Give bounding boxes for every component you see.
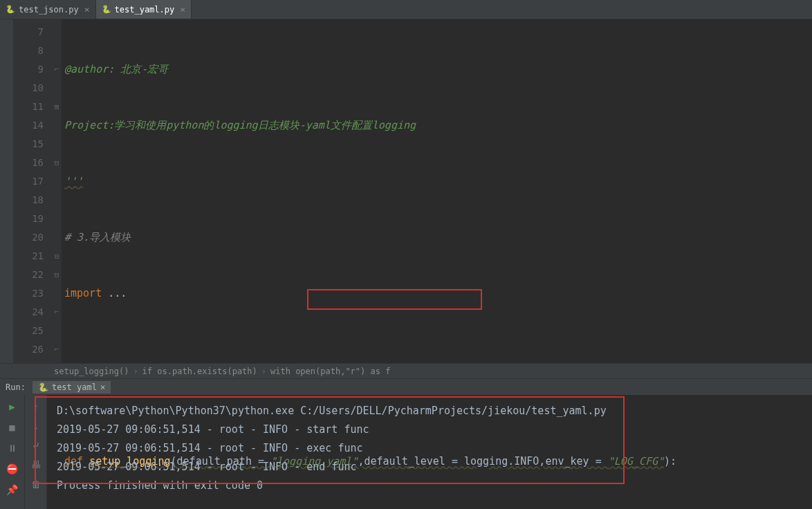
python-file-icon: 🐍 [38,382,48,392]
line-number: 10 [14,79,44,98]
line-number: 15 [14,135,44,154]
line-number: 14 [14,116,44,135]
rerun-icon[interactable]: ▶ [6,400,19,413]
line-number: 22 [14,266,44,284]
line-number: 8 [14,41,44,60]
tab-label: test_json.py [19,5,79,15]
up-arrow-icon[interactable]: ↑ [30,400,42,413]
console-output[interactable]: D:\software\Python\Python37\python.exe C… [47,395,812,509]
tab-test-yaml[interactable]: 🐍 test_yaml.py × [96,0,192,19]
code-text: Project:学习和使用python的logging日志模块-yaml文件配置… [64,119,416,131]
trash-icon[interactable]: 🗑 [30,478,42,490]
line-number: 23 [14,284,44,303]
line-number: 18 [14,191,44,210]
fold-column: ⌐ ⊞ ⊟ ⊟ ⊟ ⌐ ⌐ [52,19,62,363]
code-text: # 3.导入模块 [64,231,131,243]
line-number: 21 [14,247,44,266]
fold-marker-icon[interactable]: ⊟ [52,154,62,172]
print-icon[interactable]: 🖶 [30,459,42,471]
down-arrow-icon[interactable]: ↓ [30,420,42,432]
editor-tab-bar: 🐍 test_json.py × 🐍 test_yaml.py × [0,0,812,19]
pause-icon[interactable]: ⏸ [6,442,19,454]
fold-end-icon[interactable]: ⌐ [52,340,62,359]
wrap-icon[interactable]: ⤶ [30,439,42,452]
python-file-icon: 🐍 [102,5,111,14]
left-edge-bar [0,19,14,363]
stop-icon[interactable]: ■ [6,421,19,434]
line-number-gutter: 7 8 9 10 11 14 15 16 17 18 19 20 21 22 2… [14,19,52,363]
line-number: 7 [14,23,44,41]
close-icon[interactable]: × [84,4,90,15]
line-number: 16 [14,154,44,172]
tab-test-json[interactable]: 🐍 test_json.py × [0,0,96,19]
fold-marker-icon[interactable]: ⌐ [52,60,62,79]
run-toolbar-inner: ↑ ↓ ⤶ 🖶 🗑 [25,395,47,509]
fold-marker-icon[interactable]: ⊟ [52,266,62,284]
output-line: 2019-05-27 09:06:51,514 - root - INFO - … [57,458,802,476]
close-icon[interactable]: × [180,4,185,15]
output-line: Process finished with exit code 0 [57,476,802,495]
code-text: ... [102,287,127,299]
output-line: D:\software\Python\Python37\python.exe C… [57,402,802,420]
line-number: 25 [14,322,44,340]
python-file-icon: 🐍 [6,5,15,14]
run-label: Run: [6,382,26,392]
code-editor: 7 8 9 10 11 14 15 16 17 18 19 20 21 22 2… [0,19,812,363]
output-line: 2019-05-27 09:06:51,514 - root - INFO - … [57,439,802,458]
fold-marker-icon[interactable]: ⊟ [52,247,62,266]
line-number: 11 [14,98,44,116]
line-number: 24 [14,303,44,322]
code-content[interactable]: @author: 北京-宏哥 Project:学习和使用python的loggi… [62,19,812,363]
code-text: @author: 北京-宏哥 [64,63,168,75]
line-number: 9 [14,60,44,79]
code-text: ''' [64,175,83,187]
expand-marker-icon[interactable]: ⊞ [52,98,62,116]
run-tool-window: Run: 🐍 test yaml × ▶ ■ ⏸ ⛔ 📌 ↑ ↓ ⤶ 🖶 🗑 D… [0,378,812,509]
tab-label: test_yaml.py [115,5,175,15]
line-number: 20 [14,228,44,247]
fold-end-icon[interactable]: ⌐ [52,303,62,322]
code-text: import [64,287,102,299]
line-number: 19 [14,210,44,228]
line-number: 26 [14,340,44,359]
line-number: 17 [14,172,44,191]
pin-icon[interactable]: 📌 [6,483,19,496]
exit-icon[interactable]: ⛔ [6,463,19,475]
output-line: 2019-05-27 09:06:51,514 - root - INFO - … [57,420,802,439]
run-toolbar-left: ▶ ■ ⏸ ⛔ 📌 [0,395,25,509]
